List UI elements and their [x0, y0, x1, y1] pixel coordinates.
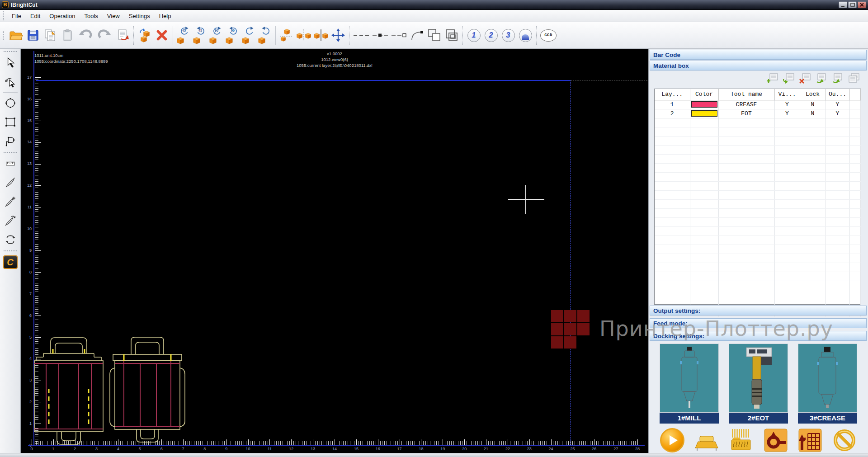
copy-icon[interactable] — [42, 25, 59, 46]
polyline-tool-icon[interactable] — [1, 132, 19, 151]
docking-tool-eot[interactable]: 2#EOT — [729, 344, 788, 424]
rotate-cw-icon[interactable] — [257, 25, 273, 46]
v-ruler-label: 12 — [24, 183, 32, 188]
mirror-vertical-icon[interactable] — [312, 25, 330, 46]
menu-file[interactable]: File — [7, 11, 26, 21]
rotate-90-cw-icon[interactable]: 90 — [224, 25, 241, 46]
ruler-tool-icon[interactable] — [1, 154, 19, 173]
carton-dielines[interactable] — [32, 334, 185, 449]
solid-circle-button[interactable] — [517, 25, 534, 46]
ccd-button[interactable]: CCD — [539, 25, 558, 46]
minimize-button[interactable] — [839, 1, 847, 8]
col-output[interactable]: Ou... — [826, 89, 849, 100]
drawing-canvas[interactable]: 1011:unit:10cm 1055:coordinate:2250.1708… — [21, 49, 648, 453]
table-row[interactable]: 2 EOT Y N Y — [655, 109, 861, 118]
crosshair-cursor — [525, 185, 526, 214]
material-box-section-header[interactable]: Material box — [650, 61, 867, 71]
feed-button[interactable] — [694, 428, 719, 453]
view-3-button[interactable]: 3 — [500, 25, 517, 46]
overlap-rect-icon[interactable] — [426, 25, 443, 46]
docking-tool-mill[interactable]: 1#MILL — [660, 344, 719, 424]
col-lock[interactable]: Lock — [800, 89, 826, 100]
menu-tools[interactable]: Tools — [80, 11, 102, 21]
circle-tool-icon[interactable] — [1, 94, 19, 113]
rotate-45-ccw-icon[interactable]: 45 — [175, 25, 192, 46]
table-row[interactable]: 1 CREASE Y N Y — [655, 100, 861, 109]
menu-edit[interactable]: Edit — [26, 11, 45, 21]
rectangle-tool-icon[interactable] — [1, 113, 19, 132]
mill-tool-label: 1#MILL — [660, 413, 719, 424]
menu-settings[interactable]: Settings — [124, 11, 155, 21]
arc-icon[interactable] — [409, 25, 426, 46]
maximize-button[interactable] — [848, 1, 857, 8]
play-icon — [660, 428, 684, 452]
h-ruler-label: 19 — [439, 447, 446, 451]
export-layer-icon[interactable] — [831, 73, 844, 84]
blade-curve-tool-icon[interactable] — [1, 211, 19, 230]
convert-box-icon[interactable] — [136, 25, 153, 46]
view-2-button[interactable]: 2 — [482, 25, 500, 46]
crease-tool-label: 3#CREASE — [798, 413, 857, 424]
palette-grip — [4, 51, 17, 52]
line-end-node-icon[interactable] — [390, 25, 409, 46]
close-button[interactable] — [858, 1, 866, 8]
h-ruler-label: 28 — [634, 447, 641, 451]
menu-view[interactable]: View — [103, 11, 124, 21]
blade-tool-icon[interactable] — [1, 173, 19, 192]
add-layer-icon[interactable] — [766, 73, 778, 84]
menu-help[interactable]: Help — [155, 11, 176, 21]
h-ruler-label: 23 — [526, 447, 533, 451]
copy-layer-icon[interactable] — [848, 73, 860, 84]
docking-tool-crease[interactable]: 3#CREASE — [798, 344, 857, 424]
insert-layer-icon[interactable] — [783, 73, 795, 84]
brush-button[interactable] — [728, 428, 754, 453]
table-empty-row — [655, 145, 861, 154]
layer-color-swatch[interactable] — [691, 110, 717, 117]
paste-icon[interactable] — [59, 25, 76, 46]
view-1-button[interactable]: 1 — [465, 25, 482, 46]
save-icon[interactable] — [24, 25, 42, 46]
watermark-text: Принтер-Плоттер.ру — [599, 316, 833, 341]
col-visible[interactable]: Vi... — [774, 89, 800, 100]
open-icon[interactable] — [7, 25, 24, 46]
select-tool-icon[interactable] — [1, 53, 19, 72]
redo-icon[interactable] — [95, 25, 114, 46]
rotate-90-ccw-icon[interactable]: 90 — [208, 25, 224, 46]
table-empty-row — [655, 118, 861, 127]
start-button[interactable] — [660, 428, 685, 453]
delete-layer-icon[interactable] — [799, 73, 811, 84]
output-settings-header[interactable]: Output settings: — [650, 306, 867, 316]
brand-logo[interactable]: C — [1, 253, 19, 272]
rotate-45-cw-icon[interactable]: 45 — [192, 25, 208, 46]
export-doc-icon[interactable] — [114, 25, 131, 46]
cancel-button[interactable] — [832, 428, 857, 453]
undo-icon[interactable] — [76, 25, 95, 46]
delete-icon[interactable] — [153, 25, 170, 46]
node-edit-tool-icon[interactable] — [1, 72, 19, 91]
layer-color-swatch[interactable] — [691, 101, 717, 108]
group-rect-icon[interactable] — [443, 25, 460, 46]
col-color[interactable]: Color — [690, 89, 718, 100]
mirror-horizontal-icon[interactable] — [295, 25, 312, 46]
blade-add-tool-icon[interactable] — [1, 192, 19, 211]
dash-line-icon[interactable] — [352, 25, 371, 46]
col-tool-name[interactable]: Tool name — [718, 89, 774, 100]
h-ruler-label: 22 — [504, 447, 511, 451]
rotate-output-button[interactable] — [763, 428, 788, 453]
align-output-button[interactable] — [797, 428, 823, 453]
import-layer-icon[interactable] — [815, 73, 827, 84]
rotate-ccw-icon[interactable] — [241, 25, 257, 46]
action-buttons-row — [649, 428, 868, 453]
line-mid-node-icon[interactable] — [371, 25, 390, 46]
table-empty-row — [655, 217, 861, 226]
col-layer[interactable]: Lay... — [655, 89, 690, 100]
loop-tool-icon[interactable] — [1, 230, 19, 249]
menu-operation[interactable]: Operation — [45, 11, 80, 21]
v-ruler-label: 10 — [24, 226, 32, 231]
app-logo-icon: B — [2, 1, 9, 8]
table-empty-row — [655, 281, 861, 290]
barcode-section-header[interactable]: Bar Code — [650, 50, 867, 60]
move-icon[interactable] — [330, 25, 347, 46]
array-box-icon[interactable] — [278, 25, 295, 46]
h-ruler-label: 15 — [353, 447, 360, 451]
